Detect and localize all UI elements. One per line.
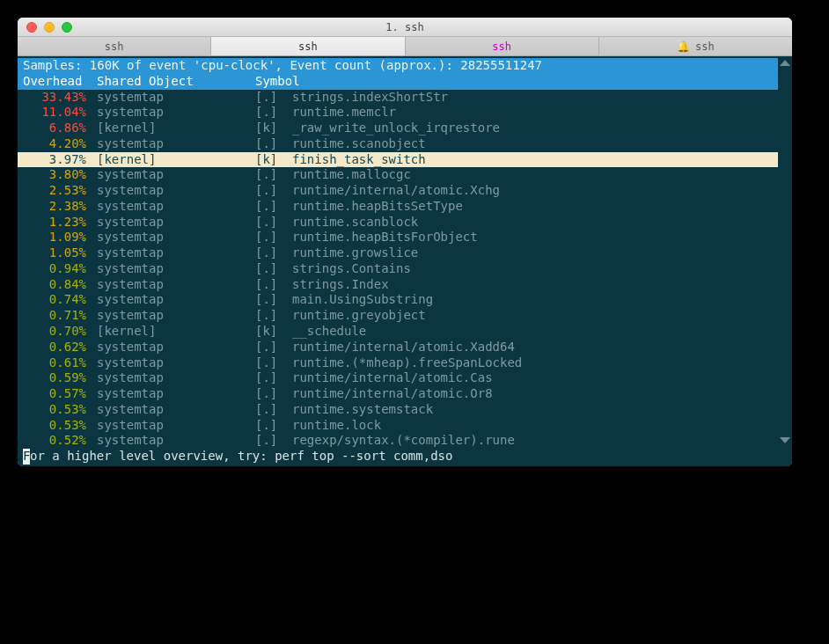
symbol-tag: [k] xyxy=(255,152,292,168)
profile-rows: 33.43%systemtap[.]strings.indexShortStr1… xyxy=(18,90,792,450)
table-row[interactable]: 11.04%systemtap[.]runtime.memclr xyxy=(18,105,792,121)
symbol-name: runtime/internal/atomic.Or8 xyxy=(292,386,787,402)
bell-icon: 🔔 xyxy=(677,40,690,53)
overhead-pct: 0.62% xyxy=(23,340,97,355)
symbol-tag: [.] xyxy=(255,292,292,308)
symbol-name: runtime.heapBitsSetType xyxy=(292,199,787,215)
table-row[interactable]: 2.38%systemtap[.]runtime.heapBitsSetType xyxy=(18,199,792,215)
tab-0[interactable]: ssh xyxy=(18,37,211,55)
symbol-name: runtime.lock xyxy=(292,418,787,434)
shared-object: systemtap xyxy=(97,292,255,308)
overhead-pct: 4.20% xyxy=(23,136,97,152)
symbol-tag: [.] xyxy=(255,183,292,199)
table-row[interactable]: 0.53%systemtap[.]runtime.systemstack xyxy=(18,402,792,418)
terminal-window: 1. ssh sshsshssh🔔ssh Samples: 160K of ev… xyxy=(18,18,792,466)
tab-1[interactable]: ssh xyxy=(211,37,405,55)
overhead-pct: 3.97% xyxy=(23,152,97,168)
overhead-pct: 0.59% xyxy=(23,370,97,386)
table-row[interactable]: 1.05%systemtap[.]runtime.growslice xyxy=(18,245,792,261)
terminal-body[interactable]: Samples: 160K of event 'cpu-clock', Even… xyxy=(18,56,792,466)
overhead-pct: 0.71% xyxy=(23,308,97,324)
table-row[interactable]: 0.52%systemtap[.]regexp/syntax.(*compile… xyxy=(18,433,792,449)
overhead-pct: 6.86% xyxy=(23,121,97,136)
tab-2[interactable]: ssh xyxy=(406,37,599,55)
symbol-tag: [.] xyxy=(255,90,292,106)
shared-object: [kernel] xyxy=(97,121,255,136)
table-row[interactable]: 2.53%systemtap[.]runtime/internal/atomic… xyxy=(18,183,792,199)
shared-object: systemtap xyxy=(97,261,255,277)
shared-object: systemtap xyxy=(97,199,255,215)
shared-object: systemtap xyxy=(97,355,255,371)
table-row[interactable]: 33.43%systemtap[.]strings.indexShortStr xyxy=(18,90,792,106)
table-row[interactable]: 1.09%systemtap[.]runtime.heapBitsForObje… xyxy=(18,230,792,245)
maximize-icon[interactable] xyxy=(62,22,72,33)
column-headers: OverheadShared ObjectSymbol xyxy=(18,74,792,90)
scroll-up-icon[interactable] xyxy=(780,60,790,66)
symbol-tag: [.] xyxy=(255,418,292,434)
overhead-pct: 0.74% xyxy=(23,292,97,308)
symbol-tag: [.] xyxy=(255,386,292,402)
table-row[interactable]: 0.94%systemtap[.]strings.Contains xyxy=(18,261,792,277)
symbol-name: runtime.mallocgc xyxy=(292,167,787,183)
table-row[interactable]: 0.57%systemtap[.]runtime/internal/atomic… xyxy=(18,386,792,402)
table-row[interactable]: 0.84%systemtap[.]strings.Index xyxy=(18,277,792,293)
overhead-pct: 0.70% xyxy=(23,324,97,340)
symbol-name: runtime/internal/atomic.Xadd64 xyxy=(292,340,787,355)
overhead-pct: 1.05% xyxy=(23,245,97,261)
symbol-name: finish_task_switch xyxy=(292,152,787,168)
shared-object: systemtap xyxy=(97,433,255,449)
symbol-name: __schedule xyxy=(292,324,787,340)
symbol-tag: [.] xyxy=(255,105,292,121)
symbol-tag: [.] xyxy=(255,261,292,277)
symbol-name: runtime/internal/atomic.Xchg xyxy=(292,183,787,199)
symbol-name: strings.indexShortStr xyxy=(292,90,787,106)
overhead-pct: 0.84% xyxy=(23,277,97,293)
shared-object: systemtap xyxy=(97,277,255,293)
symbol-tag: [.] xyxy=(255,277,292,293)
close-icon[interactable] xyxy=(26,22,37,33)
symbol-name: runtime.scanobject xyxy=(292,136,787,152)
symbol-name: runtime.memclr xyxy=(292,105,787,121)
tab-3[interactable]: 🔔ssh xyxy=(599,37,792,55)
symbol-name: runtime.heapBitsForObject xyxy=(292,230,787,245)
table-row[interactable]: 0.59%systemtap[.]runtime/internal/atomic… xyxy=(18,370,792,386)
scrollbar[interactable] xyxy=(778,56,792,466)
table-row[interactable]: 0.71%systemtap[.]runtime.greyobject xyxy=(18,308,792,324)
table-row[interactable]: 3.80%systemtap[.]runtime.mallocgc xyxy=(18,167,792,183)
shared-object: systemtap xyxy=(97,105,255,121)
symbol-name: runtime.(*mheap).freeSpanLocked xyxy=(292,355,787,371)
shared-object: systemtap xyxy=(97,340,255,355)
table-row[interactable]: 6.86%[kernel][k]_raw_write_unlock_irqres… xyxy=(18,121,792,136)
titlebar[interactable]: 1. ssh xyxy=(18,18,792,37)
overhead-pct: 2.53% xyxy=(23,183,97,199)
shared-object: systemtap xyxy=(97,370,255,386)
cursor: F xyxy=(23,449,30,465)
col-overhead: Overhead xyxy=(23,74,97,90)
minimize-icon[interactable] xyxy=(44,22,55,33)
table-row[interactable]: 0.61%systemtap[.]runtime.(*mheap).freeSp… xyxy=(18,355,792,371)
overhead-pct: 0.53% xyxy=(23,418,97,434)
symbol-name: _raw_write_unlock_irqrestore xyxy=(292,121,787,136)
table-row[interactable]: 4.20%systemtap[.]runtime.scanobject xyxy=(18,136,792,152)
symbol-name: strings.Contains xyxy=(292,261,787,277)
symbol-tag: [.] xyxy=(255,308,292,324)
shared-object: [kernel] xyxy=(97,152,255,168)
table-row[interactable]: 0.70%[kernel][k]__schedule xyxy=(18,324,792,340)
table-row[interactable]: 0.74%systemtap[.]main.UsingSubstring xyxy=(18,292,792,308)
overhead-pct: 2.38% xyxy=(23,199,97,215)
table-row[interactable]: 0.62%systemtap[.]runtime/internal/atomic… xyxy=(18,340,792,355)
shared-object: systemtap xyxy=(97,167,255,183)
table-row[interactable]: 0.53%systemtap[.]runtime.lock xyxy=(18,418,792,434)
traffic-lights xyxy=(18,22,72,33)
tab-label: ssh xyxy=(298,40,318,53)
table-row[interactable]: 3.97%[kernel][k]finish_task_switch xyxy=(18,152,792,168)
scroll-down-icon[interactable] xyxy=(780,437,790,443)
symbol-tag: [k] xyxy=(255,121,292,136)
overhead-pct: 3.80% xyxy=(23,167,97,183)
table-row[interactable]: 1.23%systemtap[.]runtime.scanblock xyxy=(18,215,792,231)
symbol-tag: [.] xyxy=(255,136,292,152)
shared-object: systemtap xyxy=(97,308,255,324)
symbol-tag: [.] xyxy=(255,199,292,215)
shared-object: systemtap xyxy=(97,183,255,199)
symbol-tag: [.] xyxy=(255,370,292,386)
